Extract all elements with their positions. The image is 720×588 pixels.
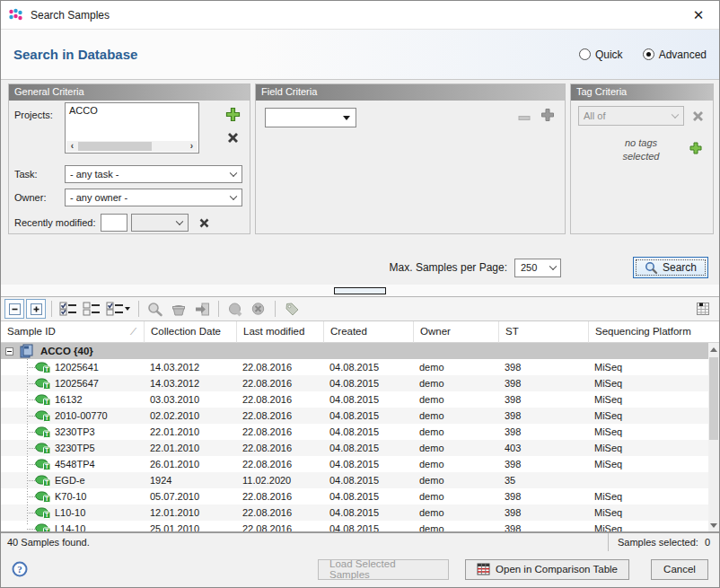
last-modified-cell: 22.08.2016	[237, 440, 324, 456]
sample-id-text: K70-10	[55, 491, 86, 502]
st-cell: 403	[499, 440, 589, 456]
table-row[interactable]: T 16132 03.03.2010 22.08.2016 04.08.2015…	[1, 391, 708, 408]
table-header: Sample ID ∕ Collection Date Last modifie…	[1, 321, 719, 343]
cancel-button[interactable]: Cancel	[651, 559, 708, 580]
title-bar: Search Samples ✕	[1, 1, 719, 29]
owner-cell: demo	[414, 488, 499, 505]
collection-date-cell: 14.03.2012	[145, 375, 237, 391]
projects-horizontal-scrollbar[interactable]: ‹ ›	[66, 141, 198, 152]
open-in-comparison-table-button[interactable]: Open in Comparison Table	[465, 559, 629, 580]
scroll-thumb[interactable]	[709, 357, 718, 440]
clear-recently-modified-button[interactable]	[194, 213, 214, 233]
task-label: Task:	[14, 169, 38, 180]
expand-all-button[interactable]	[26, 299, 46, 319]
add-tag-button[interactable]	[686, 138, 706, 158]
projects-list-input[interactable]: ACCO ‹ ›	[65, 102, 199, 154]
plus-icon	[540, 107, 556, 123]
sequencing-platform-cell: MiSeq	[589, 505, 708, 521]
close-button[interactable]: ✕	[685, 1, 712, 29]
select-all-button[interactable]	[57, 299, 79, 319]
scroll-thumb[interactable]	[78, 142, 152, 151]
sequencing-platform-cell: MiSeq	[589, 456, 708, 472]
collection-date-cell: 22.01.2010	[145, 424, 237, 440]
tag-icon	[284, 302, 300, 317]
sample-id-cell: T 3230TP5	[1, 440, 145, 456]
table-row[interactable]: T K70-10 05.07.2010 22.08.2016 04.08.201…	[1, 488, 708, 505]
sample-icon: T	[35, 523, 51, 532]
column-config-button[interactable]	[692, 299, 714, 319]
owner-select[interactable]: - any owner -	[65, 189, 242, 206]
last-modified-cell: 22.08.2016	[237, 456, 324, 472]
created-cell: 04.08.2015	[324, 456, 414, 472]
created-cell: 04.08.2015	[324, 505, 414, 521]
projects-value: ACCO	[66, 103, 198, 118]
column-header-sample-id[interactable]: Sample ID ∕	[1, 321, 145, 343]
field-select[interactable]	[265, 108, 356, 127]
sample-id-cell: T L10-10	[1, 505, 145, 521]
collection-date-cell: 03.03.2010	[145, 391, 237, 408]
scroll-up-arrow[interactable]	[708, 343, 719, 355]
task-select[interactable]: - any task -	[65, 165, 242, 183]
created-cell: 04.08.2015	[324, 391, 414, 408]
samples-found-text: 40 Samples found.	[1, 537, 90, 548]
table-row[interactable]: T L14-10 25.01.2010 22.08.2016 04.08.201…	[1, 521, 708, 531]
recently-modified-number-input[interactable]	[101, 214, 127, 232]
table-row[interactable]: T 12025647 14.03.2012 22.08.2016 04.08.2…	[1, 375, 708, 391]
add-field-button[interactable]	[538, 105, 558, 125]
sample-id-text: L14-10	[55, 523, 85, 531]
table-row[interactable]: T EGD-e 1924 11.02.2020 04.08.2015 demo …	[1, 472, 708, 488]
group-label: ACCO {40}	[40, 346, 93, 356]
table-row[interactable]: T 12025641 14.03.2012 22.08.2016 04.08.2…	[1, 359, 708, 375]
table-row[interactable]: T L10-10 12.01.2010 22.08.2016 04.08.201…	[1, 505, 708, 521]
table-row[interactable]: T 3230TP3 22.01.2010 22.08.2016 04.08.20…	[1, 424, 708, 440]
sample-icon: T	[35, 475, 51, 487]
help-icon[interactable]: ?	[12, 561, 28, 577]
quick-radio[interactable]: Quick	[579, 48, 623, 61]
advanced-radio-circle[interactable]	[643, 48, 654, 60]
column-header-owner[interactable]: Owner	[414, 321, 499, 343]
sort-indicator-icon: ∕	[133, 326, 135, 342]
column-header-last-modified[interactable]: Last modified	[237, 321, 324, 343]
table-row[interactable]: T 4548TP4 26.01.2010 22.08.2016 04.08.20…	[1, 456, 708, 472]
page-title: Search in Database	[13, 47, 137, 62]
results-table: Sample ID ∕ Collection Date Last modifie…	[1, 321, 719, 532]
splitter-handle[interactable]	[334, 287, 386, 294]
column-header-collection-date[interactable]: Collection Date	[145, 321, 237, 343]
merge-icon	[227, 302, 243, 317]
chevron-down-icon	[549, 263, 557, 270]
advanced-radio[interactable]: Advanced	[643, 48, 707, 61]
st-cell: 398	[499, 424, 589, 440]
table-row[interactable]: T 2010-00770 02.02.2010 22.08.2016 04.08…	[1, 408, 708, 424]
column-header-st[interactable]: ST	[499, 321, 589, 343]
mode-switch: Quick Advanced	[579, 48, 707, 61]
splitter-bar[interactable]	[1, 285, 719, 297]
search-button-label: Search	[663, 261, 697, 274]
recently-modified-unit-select[interactable]	[131, 214, 189, 232]
scroll-down-arrow[interactable]	[708, 519, 719, 531]
column-header-sequencing-platform[interactable]: Sequencing Platform	[589, 321, 708, 343]
collapse-expander-icon[interactable]	[5, 347, 13, 355]
sample-icon: T	[35, 394, 51, 406]
field-criteria-title: Field Criteria	[256, 84, 565, 101]
tree-connector	[27, 416, 35, 417]
add-project-button[interactable]	[223, 104, 242, 124]
collection-date-cell: 22.01.2010	[145, 440, 237, 456]
table-row[interactable]: T 3230TP5 22.01.2010 22.08.2016 04.08.20…	[1, 440, 708, 456]
quick-radio-circle[interactable]	[579, 48, 591, 60]
collapse-all-button[interactable]	[4, 299, 24, 319]
column-header-created[interactable]: Created	[324, 321, 414, 343]
search-button[interactable]: Search	[633, 257, 708, 278]
scroll-right-arrow[interactable]: ›	[186, 141, 198, 152]
group-row[interactable]: ACCO {40}	[1, 343, 708, 359]
vertical-scrollbar[interactable]	[708, 343, 719, 531]
created-cell: 04.08.2015	[324, 472, 414, 488]
clear-projects-button[interactable]	[223, 127, 242, 147]
max-samples-select[interactable]: 250	[514, 259, 561, 277]
tag-button-disabled	[281, 299, 303, 319]
sequencing-platform-cell	[589, 472, 708, 488]
general-criteria-title: General Criteria	[9, 84, 250, 101]
samples-selected-label: Samples selected:	[618, 537, 698, 548]
selection-menu-button[interactable]	[104, 299, 133, 319]
scroll-left-arrow[interactable]: ‹	[66, 141, 78, 152]
deselect-all-button[interactable]	[81, 299, 102, 319]
